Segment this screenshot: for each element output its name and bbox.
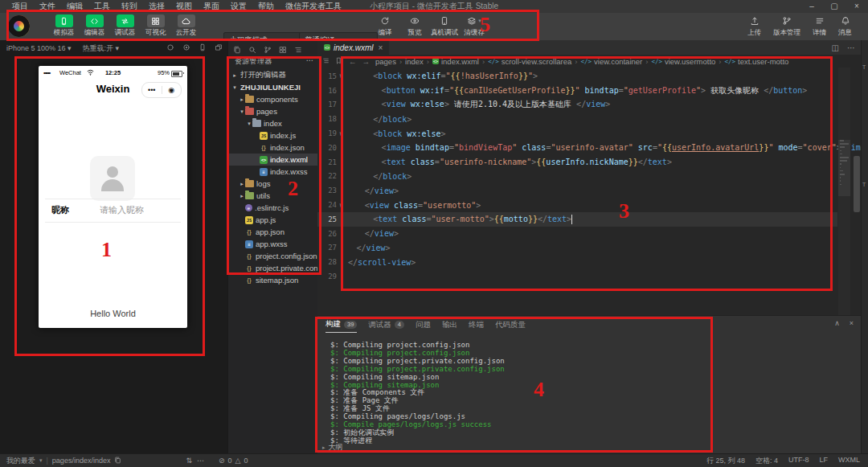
tab-index-wxml[interactable]: <> index.wxml ×	[317, 40, 389, 55]
copy-path-icon[interactable]	[114, 457, 121, 465]
tree-item-pages[interactable]: ▾pages	[228, 105, 318, 117]
action-消息[interactable]: 消息	[833, 14, 857, 38]
tree-item-ZHUJIULUNKEJI[interactable]: ▾ZHUJIULUNKEJI	[228, 81, 318, 93]
nickname-input[interactable]: 请输入昵称	[100, 204, 144, 216]
console-tab-问题[interactable]: 问题	[416, 320, 431, 333]
grid-icon[interactable]	[279, 43, 287, 57]
more-actions-icon[interactable]: ⋯	[847, 43, 855, 52]
tree-item-logs[interactable]: ▸logs	[228, 178, 318, 190]
editor-scrollbar[interactable]	[853, 68, 861, 315]
statusbar-item[interactable]: UTF-8	[788, 456, 809, 466]
statusbar-item[interactable]: 空格: 4	[755, 456, 778, 466]
minimize-button[interactable]: –	[800, 0, 823, 13]
menu-视图[interactable]: 视图	[170, 1, 198, 12]
action-版本管理[interactable]: 版本管理	[768, 14, 805, 38]
bookmark-icon[interactable]	[335, 57, 342, 66]
statusbar-item[interactable]: LF	[819, 456, 828, 466]
tree-item-project.private.config.js...[interactable]: {}project.private.config.js...	[228, 262, 318, 274]
tree-item-app.js[interactable]: JSapp.js	[228, 214, 318, 226]
breadcrumb-item-view.usermotto[interactable]: </>view.usermotto	[651, 57, 715, 66]
code-line-28[interactable]: 28</scroll-view>	[317, 255, 837, 269]
files-icon[interactable]	[233, 43, 241, 57]
tree-item-.eslintrc.js[interactable]: e.eslintrc.js	[228, 202, 318, 214]
breadcrumb-item-view.container[interactable]: </>view.container	[580, 57, 642, 66]
right-dock-tab[interactable]: T	[862, 182, 866, 187]
device-selector[interactable]: iPhone 5 100% 16 ▾	[6, 44, 72, 52]
record-icon[interactable]	[182, 43, 190, 53]
tree-item-打开的编辑器[interactable]: ▸打开的编辑器	[228, 69, 318, 81]
problems-summary[interactable]: ⊘ 0 △ 0	[219, 457, 248, 465]
tree-item-app.json[interactable]: {}app.json	[228, 226, 318, 238]
forward-icon[interactable]: →	[362, 57, 371, 66]
split-editor-icon[interactable]: ◫	[832, 43, 839, 52]
breadcrumb-item-index.wxml[interactable]: <>index.wxml	[432, 57, 479, 66]
action-预览[interactable]: 预览	[401, 14, 428, 38]
menu-界面[interactable]: 界面	[198, 1, 225, 12]
toolbar-button-云开发[interactable]: 云开发	[172, 14, 200, 38]
code-line-26[interactable]: 26</view>	[317, 227, 837, 241]
code-line-24[interactable]: 24∨<view class="usermotto">	[317, 198, 837, 212]
copy-path-icon[interactable]	[114, 457, 121, 465]
favorites-selector[interactable]: 我的最爱	[6, 456, 35, 466]
breadcrumb-item-index[interactable]: index	[405, 57, 424, 66]
code-line-21[interactable]: 21<text class="userinfo-nickname">{{user…	[317, 155, 837, 170]
console-tab-构建[interactable]: 构建39	[326, 319, 357, 333]
minimap[interactable]	[838, 68, 850, 315]
capsule-menu[interactable]: ••• ◉	[141, 82, 182, 98]
code-line-29[interactable]: 29	[317, 269, 837, 284]
tree-item-components[interactable]: ▸components	[228, 93, 318, 105]
code-line-23[interactable]: 23</view>	[317, 183, 837, 198]
outline-section[interactable]: ▸ 大纲	[322, 442, 343, 453]
breadcrumb-item-pages[interactable]: pages	[375, 57, 396, 66]
maximize-button[interactable]: ▢	[823, 0, 845, 13]
menu-设置[interactable]: 设置	[225, 1, 252, 12]
tree-item-project.config.json[interactable]: {}project.config.json	[228, 250, 318, 262]
back-icon[interactable]: ←	[349, 57, 357, 66]
tree-item-index[interactable]: ▾index	[228, 117, 318, 129]
windows-icon[interactable]	[215, 43, 223, 53]
tree-item-index.js[interactable]: JSindex.js	[228, 129, 318, 141]
code-line-18[interactable]: 18</block>	[317, 112, 837, 126]
menu-工具[interactable]: 工具	[88, 1, 116, 12]
more-dots-icon[interactable]: •••	[142, 86, 162, 94]
fold-icon[interactable]: ∨	[339, 72, 343, 80]
tree-item-app.wxss[interactable]: ≡app.wxss	[228, 238, 318, 250]
outline-icon[interactable]	[294, 43, 302, 57]
menu-帮助[interactable]: 帮助	[252, 1, 280, 12]
menu-项目[interactable]: 项目	[6, 1, 34, 12]
more-actions-icon[interactable]: ⋯	[197, 457, 204, 465]
console-tab-代码质量[interactable]: 代码质量	[495, 320, 526, 333]
console-tab-输出[interactable]: 输出	[442, 320, 457, 333]
search-icon[interactable]	[248, 43, 256, 57]
code-line-19[interactable]: 19∨<block wx:else>	[317, 126, 837, 141]
toolbar-button-可视化[interactable]: 可视化	[141, 14, 170, 38]
tree-item-index.wxss[interactable]: ≡index.wxss	[228, 166, 318, 178]
more-actions-icon[interactable]: ⋯	[306, 56, 313, 67]
right-dock-tab[interactable]: T	[862, 64, 866, 70]
code-line-20[interactable]: 20<image bindtap="bindViewTap" class="us…	[317, 141, 837, 155]
code-line-15[interactable]: 15∨<block wx:elif="{{!hasUserInfo}}">	[317, 69, 837, 84]
toolbar-button-编辑器[interactable]: 编辑器	[80, 14, 108, 38]
fold-icon[interactable]: ∨	[339, 130, 343, 137]
device-icon[interactable]	[199, 43, 207, 53]
toolbar-button-调试器[interactable]: 调试器	[111, 14, 139, 38]
code-line-22[interactable]: 22</block>	[317, 170, 837, 184]
avatar-placeholder[interactable]	[90, 156, 135, 201]
branch-icon[interactable]	[264, 43, 272, 57]
tree-item-sitemap.json[interactable]: {}sitemap.json	[228, 274, 318, 286]
breadcrumb-item-scroll-view.scrollarea[interactable]: </>scroll-view.scrollarea	[488, 57, 571, 66]
statusbar-item[interactable]: WXML	[838, 456, 860, 466]
outline-icon[interactable]	[322, 57, 330, 66]
fold-icon[interactable]: ∨	[339, 202, 343, 209]
action-真机调试[interactable]: 真机调试	[431, 14, 458, 38]
close-panel-icon[interactable]: ×	[850, 319, 854, 327]
code-line-27[interactable]: 27</view>	[317, 241, 837, 256]
code-line-16[interactable]: 16<button wx:if="{{canIUseGetUserProfile…	[317, 84, 837, 98]
statusbar-item[interactable]: 行 25, 列 48	[706, 456, 745, 466]
tree-item-index.json[interactable]: {}index.json	[228, 141, 318, 154]
code-area[interactable]: 15∨<block wx:elif="{{!hasUserInfo}}">16<…	[317, 68, 862, 315]
console-tab-终端[interactable]: 终端	[469, 320, 484, 333]
toggle-panel-icon[interactable]: ⇅	[186, 457, 192, 465]
menu-微信开发者工具[interactable]: 微信开发者工具	[280, 1, 347, 12]
close-tab-icon[interactable]: ×	[378, 43, 383, 52]
